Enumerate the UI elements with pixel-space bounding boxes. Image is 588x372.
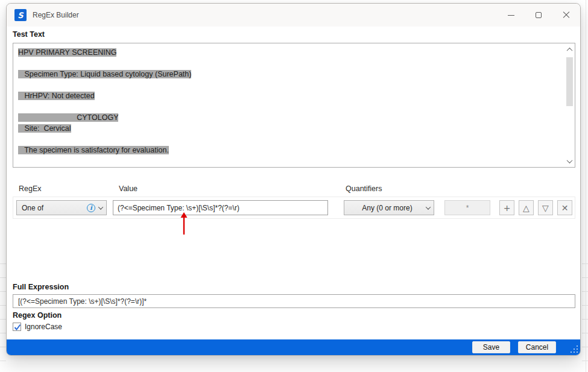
test-text-line: The specimen is satisfactory for evaluat… xyxy=(18,145,559,156)
regex-rule-row: One of i Any (0 or more) + △ ▽ ✕ xyxy=(13,197,575,219)
add-row-button[interactable]: + xyxy=(499,200,514,215)
quantifiers-column-label: Quantifiers xyxy=(346,184,382,193)
resize-grip[interactable] xyxy=(570,345,578,353)
vertical-scrollbar[interactable] xyxy=(564,43,575,167)
chevron-down-icon xyxy=(98,204,103,209)
minimize-button[interactable] xyxy=(497,4,525,27)
ignorecase-checkbox[interactable] xyxy=(13,323,21,331)
info-icon[interactable]: i xyxy=(87,204,95,212)
chevron-up-icon xyxy=(567,47,573,53)
scroll-up-button[interactable] xyxy=(564,45,575,54)
regex-type-selected: One of xyxy=(22,204,87,212)
test-text-line: HPV PRIMARY SCREENING xyxy=(18,47,559,58)
background-window-border xyxy=(586,0,586,372)
highlighted-text: Site: Cervical xyxy=(18,124,71,133)
close-button[interactable] xyxy=(552,4,580,27)
quantifier-symbol-input xyxy=(444,200,490,215)
value-column-label: Value xyxy=(119,184,138,193)
scrollbar-thumb[interactable] xyxy=(566,57,573,106)
app-icon: S xyxy=(14,9,27,21)
title-bar[interactable]: S RegEx Builder xyxy=(7,4,580,27)
chevron-down-icon xyxy=(426,204,431,209)
highlighted-text: The specimen is satisfactory for evaluat… xyxy=(18,146,169,154)
cancel-button[interactable]: Cancel xyxy=(518,341,556,353)
test-text-content: HPV PRIMARY SCREENING Specimen Type: Liq… xyxy=(13,43,564,167)
quantifier-selected: Any (0 or more) xyxy=(348,204,426,212)
test-text-line: Specimen Type: Liquid based cytology (Su… xyxy=(18,69,559,80)
test-text-area[interactable]: HPV PRIMARY SCREENING Specimen Type: Liq… xyxy=(13,43,575,168)
highlighted-text: Specimen Type: Liquid based cytology (Su… xyxy=(18,70,191,78)
remove-row-button[interactable]: ✕ xyxy=(557,200,572,215)
maximize-button[interactable] xyxy=(525,4,552,27)
red-annotation-arrow-icon xyxy=(180,212,188,235)
test-text-line: Site: Cervical xyxy=(18,123,559,134)
test-text-blank-line xyxy=(18,134,559,145)
chevron-down-icon xyxy=(567,157,573,163)
test-text-blank-line xyxy=(18,80,559,90)
save-button[interactable]: Save xyxy=(472,341,510,353)
maximize-icon xyxy=(536,12,542,18)
move-down-button[interactable]: ▽ xyxy=(538,200,553,215)
highlighted-text: CYTOLOGY xyxy=(18,113,118,122)
regex-type-dropdown[interactable]: One of i xyxy=(16,200,107,215)
background-window-left-edge xyxy=(0,250,6,372)
regex-option-label: Regex Option xyxy=(13,311,62,320)
regex-column-label: RegEx xyxy=(19,184,42,193)
window-title: RegEx Builder xyxy=(33,11,79,19)
test-text-label: Test Text xyxy=(13,30,45,39)
check-icon xyxy=(14,324,21,331)
full-expression-label: Full Expression xyxy=(13,283,69,291)
footer-bar: Save Cancel xyxy=(7,339,580,355)
background-window-right-edge xyxy=(582,250,588,372)
scroll-down-button[interactable] xyxy=(564,156,575,166)
regex-builder-dialog: S RegEx Builder Test Text HPV PRIMARY SC… xyxy=(6,3,581,356)
minimize-icon xyxy=(508,15,514,16)
highlighted-text: HPV PRIMARY SCREENING xyxy=(18,48,116,57)
move-up-button[interactable]: △ xyxy=(519,200,534,215)
full-expression-input[interactable] xyxy=(13,294,575,308)
test-text-blank-line xyxy=(18,101,559,112)
close-icon xyxy=(563,11,570,19)
test-text-line: HrHPV: Not detected xyxy=(18,90,559,101)
test-text-blank-line xyxy=(18,58,559,69)
highlighted-text: HrHPV: Not detected xyxy=(18,92,95,100)
ignorecase-label[interactable]: IgnoreCase xyxy=(25,323,62,331)
quantifier-dropdown[interactable]: Any (0 or more) xyxy=(344,200,434,215)
test-text-line: CYTOLOGY xyxy=(18,112,559,123)
regex-value-input[interactable] xyxy=(113,200,328,215)
